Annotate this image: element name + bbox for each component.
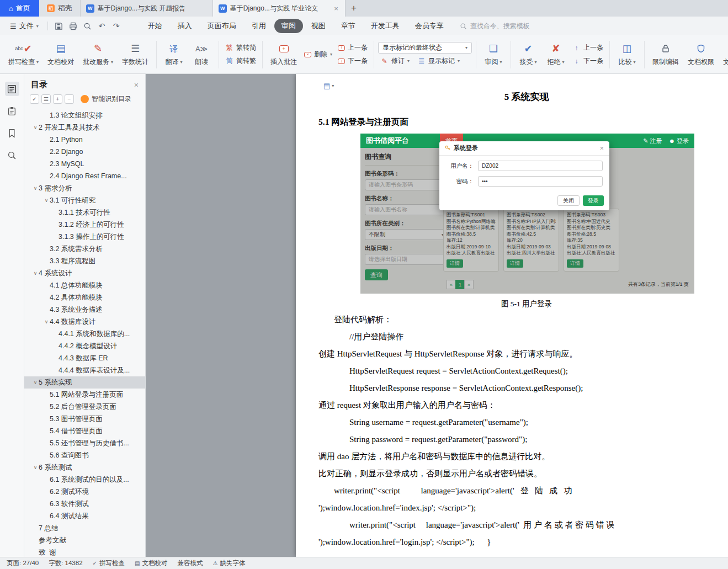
- toc-item[interactable]: ∨ 2.3 MySQL: [24, 158, 145, 170]
- toc-item[interactable]: ∨ 3.1.1 技术可行性: [24, 206, 145, 219]
- toc-item[interactable]: ∨ 6.2 测试环境: [24, 486, 145, 498]
- docer-tab[interactable]: 稻 稻壳: [39, 0, 81, 17]
- toc-item[interactable]: ∨ 5.5 还书管理与历史借书...: [24, 437, 145, 449]
- command-search-input[interactable]: [470, 22, 553, 30]
- toc-item[interactable]: ∨ 4.3 系统业务描述: [24, 304, 145, 316]
- save-button[interactable]: [52, 19, 66, 33]
- toc-item[interactable]: ∨ 2.2 Django: [24, 146, 145, 158]
- chevron-down-icon[interactable]: ∨: [32, 465, 39, 470]
- toc-panel-button[interactable]: [5, 82, 19, 96]
- toc-item[interactable]: ∨ 6.4 测试结果: [24, 510, 145, 522]
- redo-button[interactable]: ↷: [110, 19, 123, 33]
- chapter-title[interactable]: 5 系统实现: [318, 91, 728, 103]
- toc-item[interactable]: ∨ 参考文献: [24, 534, 145, 546]
- toc-item[interactable]: ∨ 3 需求分析: [24, 182, 145, 194]
- toc-item[interactable]: ∨ 3.1.2 经济上的可行性: [24, 219, 145, 231]
- document-tab[interactable]: W 基于Django...与实践 开题报告 ×: [81, 0, 213, 17]
- compat-mode-status[interactable]: 兼容模式: [177, 559, 203, 567]
- next-comment-button[interactable]: ↓ 下一条: [336, 55, 370, 67]
- home-tab[interactable]: ⌂ 首页: [0, 0, 39, 17]
- toc-item[interactable]: ∨ 4.4.2 概念模型设计: [24, 340, 145, 352]
- word-count-status[interactable]: 字数: 14382: [49, 559, 82, 567]
- chevron-down-icon[interactable]: ∨: [43, 319, 50, 325]
- restrict-editing-button[interactable]: 限制编辑: [649, 40, 683, 69]
- spell-check-status[interactable]: ✓ 拼写检查: [93, 559, 125, 567]
- ribbon-tab[interactable]: 插入: [171, 19, 199, 33]
- paragraph[interactable]: 调用 dao 层方法，将用户名和密码与数据库中的信息进行比对。: [318, 448, 728, 465]
- toc-item[interactable]: ∨ 1.3 论文组织安排: [24, 109, 145, 121]
- paragraph[interactable]: String password = request.getParameter("…: [318, 431, 728, 448]
- paragraph[interactable]: 创建 HttpServletRequest 与 HttpServletRespo…: [318, 345, 728, 363]
- ribbon-tab[interactable]: 页面布局: [200, 19, 243, 33]
- track-changes-button[interactable]: ✎ 修订▾: [378, 55, 412, 67]
- new-tab-button[interactable]: +: [346, 0, 362, 17]
- chevron-down-icon[interactable]: ∨: [43, 198, 50, 203]
- toc-item[interactable]: ∨ 5.2 后台管理登录页面: [24, 401, 145, 413]
- toc-item[interactable]: ∨ 4 系统设计: [24, 267, 145, 279]
- review-pane-button[interactable]: ❏ 审阅▾: [480, 40, 507, 69]
- page-setup-button[interactable]: ▤ ▾: [323, 82, 334, 90]
- doc-certify-button[interactable]: 文档认证: [719, 40, 728, 69]
- paragraph[interactable]: ');window.location.href='index.jsp'; </s…: [318, 499, 728, 517]
- paragraph[interactable]: String username = request.getParameter("…: [318, 414, 728, 431]
- ribbon-tab[interactable]: 会员专享: [408, 19, 451, 33]
- toc-item[interactable]: ∨ 6.3 软件测试: [24, 498, 145, 510]
- compare-button[interactable]: ◫ 比较▾: [614, 40, 640, 69]
- spell-check-button[interactable]: abc✔ 拼写检查▾: [4, 40, 42, 69]
- ribbon-tab[interactable]: 视图: [304, 19, 333, 33]
- missing-font-status[interactable]: ⚠ 缺失字体: [212, 559, 245, 567]
- chevron-down-icon[interactable]: ∨: [32, 380, 39, 385]
- ribbon-tab[interactable]: 引用: [245, 19, 273, 33]
- show-markup-button[interactable]: ☰ 显示标记▾: [415, 55, 462, 67]
- toc-item[interactable]: ∨ 3.1 可行性研究: [24, 194, 145, 206]
- toc-item[interactable]: ∨ 4.1 总体功能模块: [24, 279, 145, 291]
- paragraph[interactable]: 比对正确，则显示登录成功，否则显示用户名或者密码错误。: [318, 465, 728, 482]
- chevron-down-icon[interactable]: ∨: [32, 125, 39, 130]
- undo-button[interactable]: ↶: [95, 19, 109, 33]
- toc-list-style-button[interactable]: ☰: [41, 94, 51, 104]
- paragraph[interactable]: HttpServletResponse response = ServletAc…: [318, 380, 728, 397]
- page-number-status[interactable]: 页面: 27/40: [7, 559, 39, 567]
- toc-item[interactable]: ∨ 2 开发工具及其技术: [24, 121, 145, 134]
- toc-item[interactable]: ∨ 4.4.3 数据库 ER: [24, 352, 145, 364]
- print-button[interactable]: [67, 19, 80, 33]
- paragraph[interactable]: writer.print("<script language='javascri…: [318, 482, 728, 499]
- toc-item[interactable]: ∨ 3.3 程序流程图: [24, 255, 145, 267]
- trad-to-simp-button[interactable]: 繁 繁转简: [223, 42, 258, 54]
- toc-item[interactable]: ∨ 4.4.1 系统和数据库的...: [24, 328, 145, 340]
- markup-state-dropdown[interactable]: 显示标记的最终状态 ▾: [378, 42, 472, 54]
- figure-user-login-screenshot[interactable]: 图书借阅平台 首页 ✎ 注册 ☻ 登录: [360, 134, 694, 294]
- toc-item[interactable]: ∨ 致 谢: [24, 546, 145, 557]
- doc-permission-button[interactable]: 文档权限: [684, 40, 718, 69]
- paragraph[interactable]: 通过 request 对象取出用户输入的用户名与密码：: [318, 397, 728, 414]
- figure-caption[interactable]: 图 5-1 用户登录: [318, 299, 728, 309]
- smart-toc-button[interactable]: 智能识别目录: [81, 94, 131, 104]
- toc-item[interactable]: ∨ 4.2 具体功能模块: [24, 291, 145, 304]
- command-search[interactable]: [460, 22, 553, 30]
- accept-change-button[interactable]: ✔ 接受▾: [515, 40, 541, 69]
- toc-item[interactable]: ∨ 4.4 数据库设计: [24, 316, 145, 328]
- paragraph[interactable]: HttpServletRequest request = ServletActi…: [318, 363, 728, 380]
- toc-expand-all-button[interactable]: +: [53, 94, 62, 104]
- ribbon-tab[interactable]: 开发工具: [364, 19, 407, 33]
- paragraph[interactable]: writer.print("<script language='javascri…: [318, 517, 728, 534]
- doc-proof-button[interactable]: ▤ 文档校对: [44, 40, 78, 69]
- toc-item[interactable]: ∨ 5.4 借书管理页面: [24, 425, 145, 437]
- toc-item[interactable]: ∨ 4.4.4 数据库表设计及...: [24, 364, 145, 376]
- section-heading[interactable]: 5.1 网站登录与注册页面: [318, 116, 728, 128]
- reject-change-button[interactable]: ✘ 拒绝▾: [543, 40, 569, 69]
- print-preview-button[interactable]: [81, 19, 94, 33]
- doc-proof-status[interactable]: ▤ 文档校对: [135, 559, 167, 567]
- close-icon[interactable]: ×: [333, 4, 339, 13]
- file-menu-button[interactable]: ☰ 文件 ▾: [6, 19, 43, 33]
- paragraph[interactable]: 登陆代码解析：: [318, 311, 728, 328]
- word-count-button[interactable]: ☰ 字数统计: [118, 40, 152, 69]
- toc-item[interactable]: ∨ 7 总结: [24, 522, 145, 534]
- toc-item[interactable]: ∨ 5.6 查询图书: [24, 449, 145, 461]
- insert-comment-button[interactable]: + 插入批注: [267, 40, 301, 69]
- toc-item[interactable]: ∨ 5.3 图书管理页面: [24, 413, 145, 425]
- read-aloud-button[interactable]: A≫ 朗读: [188, 40, 215, 69]
- toc-select-button[interactable]: ✓: [30, 94, 39, 104]
- toc-item[interactable]: ∨ 2.4 Django Rest Frame...: [24, 170, 145, 182]
- notes-panel-button[interactable]: [5, 104, 19, 118]
